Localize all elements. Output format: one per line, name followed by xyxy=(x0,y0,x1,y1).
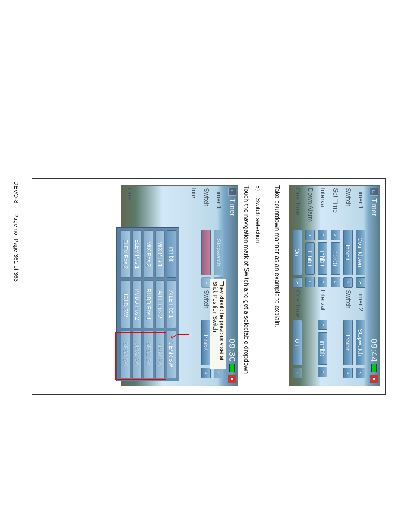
switch-option-elev1[interactable]: ELEV Pos 1 xyxy=(132,230,142,278)
switch-dropdown: Inhibit AILE Pos 1 GEAR SW MIX Pos 1 AIL… xyxy=(116,227,179,381)
s2-one-label: One xyxy=(126,188,133,227)
settime-value[interactable]: 10:00 xyxy=(331,242,340,275)
switch2-label: Switch xyxy=(344,290,352,318)
timer-settings-screen-2: □ Timer 09:30 × They should be previousl… xyxy=(121,185,238,386)
s2-switch-value[interactable] xyxy=(201,230,211,275)
timer-settings-screen-1: □ Timer 09:44 × Timer 1 Countdown » Time… xyxy=(289,185,380,386)
interval-value[interactable]: Inhibit xyxy=(318,242,327,275)
timer2-label: Timer 2 xyxy=(357,290,364,318)
annotation-arrow-line xyxy=(177,334,189,335)
onetime2-value[interactable]: Off xyxy=(293,320,302,365)
switch-option-aile1[interactable]: AILE Pos 1 xyxy=(167,280,176,328)
s2-timer1-value[interactable]: Stopwatch xyxy=(214,230,223,275)
timer2-next-icon[interactable]: » xyxy=(356,368,365,378)
titlebar: □ Timer 09:44 × xyxy=(368,188,380,383)
interval2-prev-icon[interactable]: « xyxy=(318,320,327,330)
interval2-next-icon[interactable]: » xyxy=(318,367,327,377)
step-title: Switch selection xyxy=(255,198,261,243)
step-8-heading: 8) Switch selection xyxy=(253,185,262,394)
downalarm-label: Down Alarm xyxy=(307,188,314,227)
switch-option-hold[interactable]: HOLD SW xyxy=(121,280,130,328)
switch-option-rudd1[interactable]: RUDD Pos 1 xyxy=(144,280,153,328)
onetime-label: One Time xyxy=(294,188,301,227)
s2-switch-prev-icon[interactable]: « xyxy=(201,277,211,288)
footer-page: Page no. Page 361 of 363 xyxy=(13,213,20,282)
switch-option-mix1[interactable]: MIX Pos 1 xyxy=(155,230,165,278)
s2-inte-label: Inte xyxy=(190,188,197,227)
s2-switch2-next-icon[interactable]: » xyxy=(201,368,211,378)
s2-switch2-value[interactable]: Inhibit xyxy=(201,320,211,365)
clock-time: 09:44 xyxy=(369,339,379,362)
switch2-next-icon[interactable]: » xyxy=(343,368,353,378)
switch-label: Switch xyxy=(344,188,352,227)
battery-icon xyxy=(229,364,235,372)
tooltip-stick-position: They should be previously set at Stick P… xyxy=(210,279,226,369)
interval2-label: Interval xyxy=(319,290,326,317)
interval-next-icon[interactable]: » xyxy=(318,277,327,287)
settime-prev-icon[interactable]: « xyxy=(331,230,340,240)
timer1-next-icon[interactable]: » xyxy=(356,277,365,288)
clock-time-2: 09:30 xyxy=(227,339,237,362)
onetime2-label: One Time xyxy=(294,290,301,318)
timer2-value[interactable]: Stopwatch xyxy=(356,320,365,365)
onetime-value[interactable]: On xyxy=(293,230,302,275)
battery-icon xyxy=(371,364,377,372)
downalarm-value[interactable]: Inhibit xyxy=(305,242,315,275)
close-icon[interactable]: □ xyxy=(228,188,236,196)
switch-option-sps2[interactable]: SPS2 SW xyxy=(132,331,142,378)
switch-option-sps0[interactable]: SPS0 SW xyxy=(155,331,165,378)
switch-value[interactable]: Inhibit xyxy=(343,230,353,275)
interval-label: Interval xyxy=(319,188,326,227)
titlebar-2: □ Timer 09:30 × xyxy=(226,188,238,383)
switch-option-rudd2[interactable]: RUDD Pos 2 xyxy=(132,280,142,328)
switch-option-sps1[interactable]: SPS1 SW xyxy=(144,331,153,378)
step-number: 8) xyxy=(255,185,261,191)
switch2-value[interactable]: Inhibit xyxy=(343,320,353,365)
exit-icon[interactable]: × xyxy=(228,375,236,383)
onetime2-next-icon[interactable]: » xyxy=(293,368,302,378)
page-footer: DEVO-8 Page no. Page 361 of 363 xyxy=(13,181,20,282)
screen-title: Timer xyxy=(370,198,378,339)
paragraph-countdown-example: Take countdown manner as an example to e… xyxy=(273,185,282,394)
timer1-value[interactable]: Countdown xyxy=(356,230,365,275)
downalarm-next-icon[interactable]: » xyxy=(305,277,315,287)
settime-label: Set Time xyxy=(332,188,339,227)
s2-switch2-label: Switch xyxy=(203,290,210,318)
timer1-label: Timer 1 xyxy=(357,188,364,227)
interval2-value[interactable]: Inhibit xyxy=(318,332,327,365)
paragraph-switch-instruction: Touch the navigation mark of Switch and … xyxy=(242,185,251,394)
settime-next-icon[interactable]: » xyxy=(331,277,340,287)
interval-prev-icon[interactable]: « xyxy=(318,230,327,240)
footer-model: DEVO-8 xyxy=(13,181,20,203)
switch-option-elev2[interactable]: ELEV Pos 2 xyxy=(121,230,130,278)
switch-option-inhibit[interactable]: Inhibit xyxy=(167,230,176,278)
close-icon[interactable]: □ xyxy=(370,188,378,196)
s2-switch-label: Switch xyxy=(203,188,210,227)
switch-option-sps3[interactable]: SPS3 SW xyxy=(121,331,130,378)
downalarm-prev-icon[interactable]: « xyxy=(305,230,315,240)
s2-timer1-label: Timer 1 xyxy=(215,188,222,227)
exit-icon[interactable]: × xyxy=(370,375,378,383)
onetime-next-icon[interactable]: » xyxy=(293,277,302,288)
switch-option-mix2[interactable]: MIX Pos 2 xyxy=(144,230,153,278)
switch-next-icon[interactable]: » xyxy=(343,277,353,288)
screen2-title: Timer xyxy=(228,198,236,339)
switch-option-aile2[interactable]: AILE Pos 2 xyxy=(155,280,165,328)
